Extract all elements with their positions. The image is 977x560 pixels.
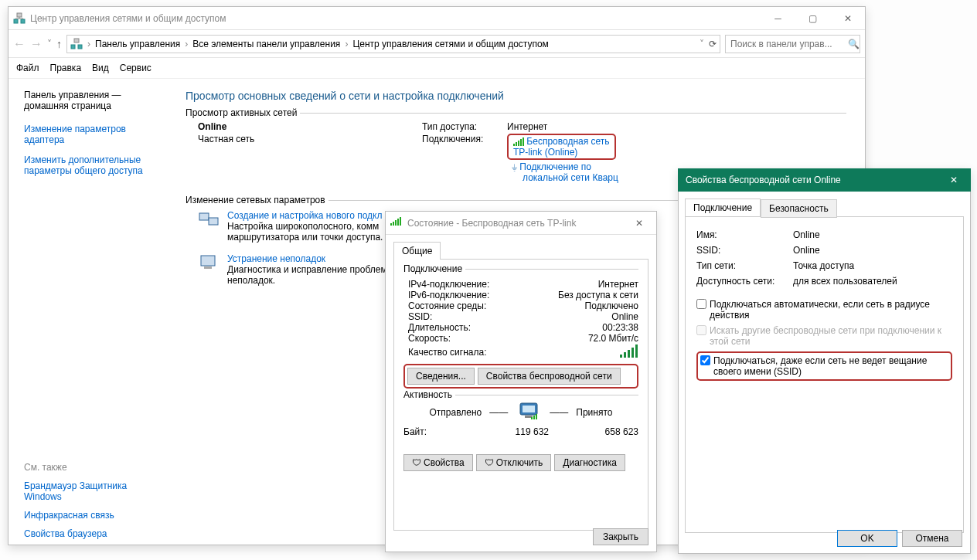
access-type-label: Тип доступа:	[422, 121, 507, 132]
recent-dropdown[interactable]: ˅	[47, 39, 52, 49]
troubleshoot-link[interactable]: Устранение неполадок	[227, 253, 387, 264]
group-activity: Активность	[403, 389, 455, 400]
dash: ——	[550, 407, 568, 418]
highlight-hidden-ssid: Подключаться, даже если сеть не ведет ве…	[696, 351, 952, 381]
menu-tools[interactable]: Сервис	[120, 63, 151, 73]
dropdown-icon[interactable]: ˅	[700, 39, 704, 49]
close-button[interactable]: ✕	[830, 7, 865, 29]
svg-rect-1	[21, 19, 25, 23]
refresh-icon[interactable]: ⟳	[709, 39, 717, 49]
svg-rect-17	[201, 256, 215, 266]
back-button[interactable]: ←	[13, 37, 26, 51]
menubar: Файл Правка Вид Сервис	[9, 58, 865, 79]
sidebar-item-sharing[interactable]: Изменить дополнительные параметры общего…	[24, 154, 158, 176]
close-button[interactable]: ✕	[936, 169, 971, 192]
up-button[interactable]: ↑	[56, 38, 62, 50]
troubleshoot-desc: Диагностика и исправление проблемнеполад…	[227, 264, 387, 286]
highlight-buttons: Сведения... Свойства беспроводной сети	[403, 364, 638, 389]
shield-icon: 🛡	[412, 457, 421, 468]
svg-rect-25	[624, 352, 626, 358]
status-dialog: Состояние - Беспроводная сеть TP-link ✕ …	[385, 211, 657, 552]
auto-connect-label: Подключаться автоматически, если сеть в …	[710, 299, 952, 321]
close-button[interactable]: ✕	[621, 212, 656, 234]
svg-rect-33	[533, 416, 535, 419]
svg-rect-22	[397, 219, 399, 226]
svg-rect-8	[78, 45, 82, 49]
page-heading: Просмотр основных сведений о сети и наст…	[186, 90, 846, 102]
troubleshoot-icon	[198, 253, 220, 286]
breadcrumb[interactable]: Центр управления сетями и общим доступом	[352, 39, 549, 49]
ethernet-icon: ⏚	[512, 161, 517, 172]
titlebar: Состояние - Беспроводная сеть TP-link ✕	[386, 212, 656, 235]
new-connection-link[interactable]: Создание и настройка нового подкл	[227, 210, 383, 221]
ethernet-connection-link[interactable]: ⏚ Подключение по локальной сети Кварц	[512, 161, 618, 183]
close-dialog-button[interactable]: Закрыть	[593, 528, 648, 545]
window-title: Центр управления сетями и общим доступом	[30, 13, 761, 24]
disable-button[interactable]: 🛡Отключить	[476, 454, 552, 471]
ssid-label: SSID:	[696, 245, 793, 256]
svg-rect-13	[520, 139, 522, 146]
svg-rect-12	[518, 141, 519, 146]
search-icon[interactable]: 🔍	[848, 39, 860, 49]
hidden-ssid-checkbox[interactable]	[700, 355, 710, 365]
tab-connection[interactable]: Подключение	[685, 199, 761, 216]
auto-connect-checkbox[interactable]	[696, 299, 706, 309]
change-settings-title: Изменение сетевых параметров	[186, 195, 329, 205]
svg-rect-16	[209, 218, 218, 225]
svg-rect-15	[199, 213, 209, 220]
details-button[interactable]: Сведения...	[407, 368, 475, 385]
group-connection: Подключение	[403, 263, 465, 274]
see-also-firewall[interactable]: Брандмауэр Защитника Windows	[24, 480, 158, 502]
connections-label: Подключения:	[422, 134, 507, 183]
menu-view[interactable]: Вид	[92, 63, 109, 73]
speed-label: Скорость:	[408, 333, 588, 344]
highlight-wireless-link: Беспроводная сеть TP-link (Online)	[507, 134, 616, 160]
svg-rect-26	[628, 350, 630, 358]
ok-button[interactable]: OK	[837, 530, 897, 547]
properties-button[interactable]: 🛡Свойства	[403, 454, 473, 471]
svg-rect-30	[523, 406, 535, 412]
received-value: 658 623	[592, 426, 638, 437]
svg-rect-14	[523, 137, 524, 146]
tab-security[interactable]: Безопасность	[761, 199, 837, 218]
cancel-button[interactable]: Отмена	[902, 530, 962, 547]
sent-value: 119 632	[458, 426, 592, 437]
svg-rect-18	[204, 266, 212, 269]
svg-rect-0	[14, 19, 18, 23]
properties-dialog: Свойства беспроводной сети Online ✕ Подк…	[678, 168, 971, 554]
search-input[interactable]	[729, 38, 848, 50]
signal-strength-icon	[620, 344, 638, 358]
wireless-properties-button[interactable]: Свойства беспроводной сети	[478, 368, 621, 385]
sidebar-item-adapter[interactable]: Изменение параметров адаптера	[24, 124, 158, 145]
search-box[interactable]: 🔍	[725, 35, 860, 53]
media-label: Состояние среды:	[408, 300, 585, 311]
titlebar: Свойства беспроводной сети Online ✕	[678, 168, 971, 192]
svg-rect-23	[400, 217, 401, 226]
maximize-button[interactable]: ▢	[795, 7, 830, 29]
breadcrumb[interactable]: Панель управления	[95, 39, 180, 49]
menu-edit[interactable]: Правка	[50, 63, 82, 73]
search-others-label: Искать другие беспроводные сети при подк…	[710, 325, 952, 347]
network-icon	[13, 12, 26, 25]
address-bar[interactable]: › Панель управления › Все элементы панел…	[66, 35, 720, 53]
breadcrumb[interactable]: Все элементы панели управления	[192, 39, 340, 49]
svg-rect-28	[635, 344, 638, 358]
minimize-button[interactable]: ─	[761, 7, 795, 29]
svg-rect-11	[516, 142, 517, 146]
svg-rect-9	[74, 39, 79, 42]
see-also-browser[interactable]: Свойства браузера	[24, 528, 158, 539]
control-panel-home-link[interactable]: Панель управления — домашняя страница	[24, 90, 158, 111]
active-networks-title: Просмотр активных сетей	[186, 107, 300, 118]
see-also-infrared[interactable]: Инфракрасная связь	[24, 510, 158, 521]
forward-button[interactable]: →	[30, 37, 43, 51]
tab-general[interactable]: Общие	[393, 242, 441, 260]
sidebar: Панель управления — домашняя страница Из…	[9, 79, 167, 552]
menu-file[interactable]: Файл	[16, 63, 39, 73]
diagnose-button[interactable]: Диагностика	[554, 454, 625, 471]
bytes-label: Байт:	[403, 426, 458, 437]
window-title: Свойства беспроводной сети Online	[678, 175, 936, 185]
ipv6-label: IPv6-подключение:	[408, 290, 558, 300]
media-value: Подключено	[585, 300, 638, 311]
wireless-connection-link[interactable]: Беспроводная сеть TP-link (Online)	[513, 136, 610, 158]
duration-value: 00:23:38	[602, 322, 638, 333]
